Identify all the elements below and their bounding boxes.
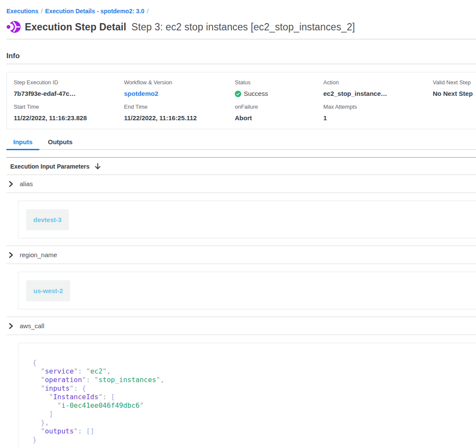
field-label: Max Attempts xyxy=(323,104,433,110)
chevron-right-icon xyxy=(9,181,13,187)
page-subtitle: Step 3: ec2 stop instances [ec2_stop_ins… xyxy=(131,21,355,33)
field-label: onFailure xyxy=(235,104,323,110)
page-header: Execution Step Detail Step 3: ec2 stop i… xyxy=(6,19,476,35)
field-value: 7b73f93e-edaf-47c… xyxy=(14,90,124,98)
breadcrumb: Executions/Execution Details - spotdemo2… xyxy=(6,8,476,15)
chevron-right-icon xyxy=(9,323,13,329)
param-name: region_name xyxy=(20,251,57,258)
field-value: 11/22/2022, 11:16:23.828 xyxy=(14,114,124,122)
breadcrumb-link-executions[interactable]: Executions xyxy=(6,8,38,15)
page-title: Execution Step Detail xyxy=(25,21,126,33)
status-text: Success xyxy=(244,90,268,98)
info-section-title: Info xyxy=(6,52,476,59)
divider xyxy=(6,64,476,64)
arrow-down-icon[interactable] xyxy=(95,163,101,169)
field-label: Valid Next Step xyxy=(433,79,476,86)
tab-outputs[interactable]: Outputs xyxy=(41,135,80,150)
field-onfailure: onFailure Abort xyxy=(235,104,323,122)
execution-input-parameters-label: Execution Input Parameters xyxy=(10,163,89,170)
param-name: aws_call xyxy=(20,322,44,329)
param-value-box-alias: devtest-3 xyxy=(18,201,476,238)
field-value: Abort xyxy=(235,114,323,122)
field-label: Step Execution ID xyxy=(14,79,124,86)
field-label: Workflow & Version xyxy=(124,79,235,86)
field-label: Start Time xyxy=(14,104,124,110)
param-name: alias xyxy=(20,180,33,187)
field-step-execution-id: Step Execution ID 7b73f93e-edaf-47c… xyxy=(14,79,124,98)
execution-step-detail-page: Executions/Execution Details - spotdemo2… xyxy=(0,8,476,448)
breadcrumb-separator: / xyxy=(144,8,151,15)
tab-inputs[interactable]: Inputs xyxy=(6,135,39,150)
param-row-alias[interactable]: alias xyxy=(6,175,476,193)
field-value: 1 xyxy=(323,114,433,122)
field-label: Action xyxy=(323,79,433,86)
field-valid-next-step: Valid Next Step No Next Step xyxy=(433,79,476,98)
fylamynt-flow-icon xyxy=(6,21,21,33)
param-row-region-name[interactable]: region_name xyxy=(6,246,476,264)
param-value-box-aws-call: { "service": "ec2", "operation": "stop_i… xyxy=(18,343,476,448)
field-label: Status xyxy=(235,79,323,86)
field-value: ec2_stop_instance… xyxy=(323,90,433,98)
field-label: End Time xyxy=(124,104,235,110)
success-check-icon xyxy=(235,91,241,97)
value-chip: us-west-2 xyxy=(26,280,70,301)
field-start-time: Start Time 11/22/2022, 11:16:23.828 xyxy=(14,104,124,122)
field-status: Status Success xyxy=(235,79,323,98)
tab-bar: Inputs Outputs xyxy=(6,135,476,150)
field-value: No Next Step xyxy=(433,90,476,98)
json-code-block: { "service": "ec2", "operation": "stop_i… xyxy=(33,359,470,444)
field-end-time: End Time 11/22/2022, 11:16:25.112 xyxy=(124,104,235,122)
param-value-box-region-name: us-west-2 xyxy=(18,272,476,309)
field-action: Action ec2_stop_instance… xyxy=(323,79,433,98)
divider xyxy=(6,39,476,39)
field-workflow-version: Workflow & Version spotdemo2 xyxy=(124,79,235,98)
breadcrumb-separator: / xyxy=(38,8,45,15)
execution-input-parameters-header: Execution Input Parameters xyxy=(6,158,476,175)
breadcrumb-link-execution-details[interactable]: Execution Details - spotdemo2: 3.0 xyxy=(45,8,145,15)
param-row-aws-call[interactable]: aws_call xyxy=(6,317,476,335)
workflow-link[interactable]: spotdemo2 xyxy=(124,90,235,98)
info-card: Step Execution ID 7b73f93e-edaf-47c… Wor… xyxy=(6,72,476,129)
value-chip: devtest-3 xyxy=(26,209,69,230)
chevron-right-icon xyxy=(9,252,13,258)
field-value: 11/22/2022, 11:16:25.112 xyxy=(124,114,235,122)
field-max-attempts: Max Attempts 1 xyxy=(323,104,433,122)
